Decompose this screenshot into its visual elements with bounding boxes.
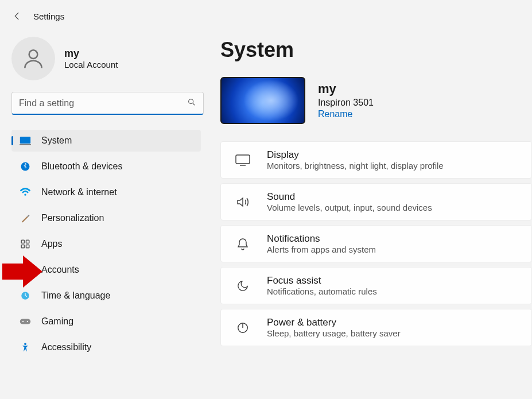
nav-item-apps[interactable]: Apps: [11, 233, 201, 255]
nav-list: System Bluetooth & devices Network & int…: [11, 130, 201, 358]
pc-info-block: my Inspiron 3501 Rename: [220, 77, 532, 124]
nav-item-system[interactable]: System: [11, 130, 201, 152]
accessibility-icon: [20, 342, 31, 353]
nav-label: Apps: [41, 239, 62, 249]
system-icon: [20, 135, 31, 146]
nav-item-accounts[interactable]: Accounts: [11, 259, 201, 281]
account-name: my: [64, 48, 118, 60]
card-display[interactable]: Display Monitors, brightness, night ligh…: [220, 141, 532, 179]
card-desc: Monitors, brightness, night light, displ…: [267, 161, 444, 171]
nav-item-accessibility[interactable]: Accessibility: [11, 336, 201, 358]
card-title: Power & battery: [267, 317, 401, 328]
nav-label: Accounts: [41, 265, 79, 275]
pc-model: Inspiron 3501: [318, 98, 374, 108]
display-icon: [235, 152, 251, 168]
svg-rect-12: [20, 319, 30, 324]
account-type: Local Account: [64, 60, 118, 69]
card-sound[interactable]: Sound Volume levels, output, input, soun…: [220, 183, 532, 220]
nav-label: Accessibility: [41, 342, 91, 352]
svg-rect-6: [21, 240, 24, 243]
search-icon: [187, 98, 196, 109]
wifi-icon: [20, 187, 31, 198]
search-input[interactable]: [19, 98, 187, 109]
svg-point-0: [29, 50, 38, 59]
card-title: Display: [267, 149, 444, 161]
card-focus[interactable]: Focus assist Notifications, automatic ru…: [220, 267, 532, 304]
card-desc: Alerts from apps and system: [267, 245, 376, 254]
settings-cards: Display Monitors, brightness, night ligh…: [220, 141, 532, 346]
svg-point-5: [24, 194, 26, 196]
page-title: System: [220, 38, 532, 62]
bell-icon: [235, 236, 251, 252]
svg-point-10: [24, 266, 27, 270]
search-box[interactable]: [11, 92, 204, 115]
card-power[interactable]: Power & battery Sleep, battery usage, ba…: [220, 309, 532, 346]
nav-item-time[interactable]: Time & language: [11, 285, 201, 307]
nav-label: Network & internet: [41, 187, 117, 197]
svg-rect-3: [20, 144, 31, 145]
nav-label: Gaming: [41, 316, 73, 327]
rename-link[interactable]: Rename: [318, 109, 374, 119]
window-title: Settings: [33, 11, 64, 21]
svg-rect-9: [26, 245, 29, 248]
main-content: System my Inspiron 3501 Rename Display M…: [212, 32, 532, 358]
pc-name: my: [318, 82, 374, 96]
svg-point-14: [27, 321, 28, 322]
clock-globe-icon: [20, 290, 31, 301]
gamepad-icon: [20, 316, 31, 327]
card-title: Notifications: [267, 233, 376, 245]
nav-item-personalization[interactable]: Personalization: [11, 207, 201, 229]
bluetooth-icon: [20, 161, 31, 172]
account-block[interactable]: my Local Account: [11, 37, 201, 80]
brush-icon: [20, 212, 31, 224]
nav-item-network[interactable]: Network & internet: [11, 181, 201, 203]
moon-icon: [235, 278, 251, 294]
nav-label: Personalization: [41, 213, 104, 223]
pc-wallpaper-thumb[interactable]: [220, 77, 305, 124]
card-desc: Sleep, battery usage, battery saver: [267, 328, 401, 338]
nav-label: Time & language: [41, 290, 110, 301]
card-desc: Volume levels, output, input, sound devi…: [267, 203, 432, 212]
apps-icon: [20, 238, 31, 250]
avatar: [11, 37, 55, 80]
nav-item-gaming[interactable]: Gaming: [11, 311, 201, 332]
svg-rect-2: [20, 137, 30, 144]
power-icon: [235, 320, 251, 336]
sound-icon: [235, 194, 251, 210]
card-notifications[interactable]: Notifications Alerts from apps and syste…: [220, 225, 532, 262]
nav-label: System: [41, 135, 72, 146]
svg-point-15: [24, 343, 26, 345]
card-title: Sound: [267, 191, 432, 203]
nav-label: Bluetooth & devices: [41, 161, 122, 172]
nav-item-bluetooth[interactable]: Bluetooth & devices: [11, 156, 201, 177]
back-button[interactable]: [11, 10, 23, 22]
svg-rect-16: [236, 155, 250, 164]
sidebar: my Local Account System Bluetooth & de: [0, 32, 212, 358]
svg-rect-7: [26, 240, 29, 243]
person-icon: [20, 264, 31, 276]
svg-rect-8: [21, 245, 24, 248]
card-desc: Notifications, automatic rules: [267, 286, 377, 296]
svg-point-13: [22, 321, 24, 322]
svg-point-1: [189, 99, 193, 103]
card-title: Focus assist: [267, 275, 377, 286]
